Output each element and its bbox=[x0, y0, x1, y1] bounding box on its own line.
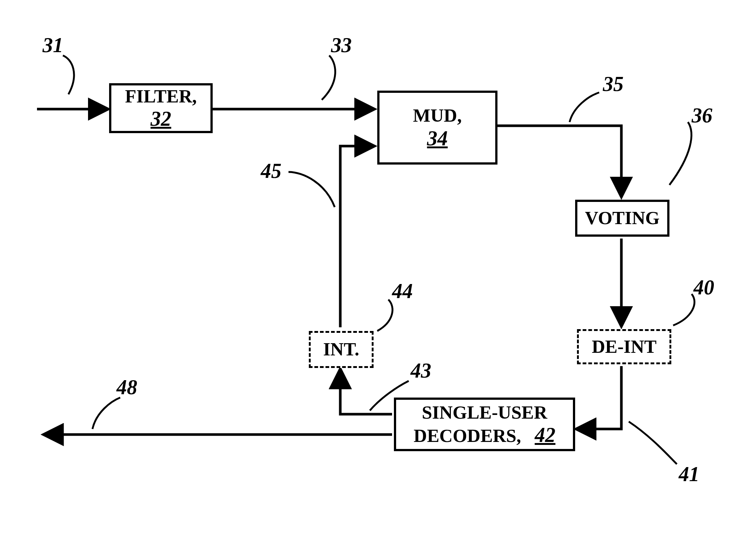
int-block: INT. bbox=[309, 331, 374, 368]
diagram-wires bbox=[0, 0, 756, 544]
decoders-label-2: DECODERS, bbox=[414, 425, 521, 446]
callout-43: 43 bbox=[411, 359, 431, 382]
callout-45: 45 bbox=[261, 159, 281, 183]
deint-block: DE-INT bbox=[577, 329, 671, 364]
callout-33: 33 bbox=[331, 33, 352, 57]
callout-35: 35 bbox=[603, 72, 624, 96]
mud-label: MUD, bbox=[413, 105, 462, 126]
decoders-ref: 42 bbox=[535, 423, 556, 446]
callout-44: 44 bbox=[392, 279, 413, 303]
callout-41: 41 bbox=[679, 462, 699, 486]
callout-36: 36 bbox=[692, 104, 712, 127]
voting-label: VOTING bbox=[585, 207, 660, 229]
callout-48: 48 bbox=[117, 375, 137, 399]
decoders-block: SINGLE-USER DECODERS, 42 bbox=[394, 398, 575, 451]
callout-31: 31 bbox=[43, 33, 63, 57]
mud-block: MUD, 34 bbox=[377, 91, 497, 165]
filter-block: FILTER, 32 bbox=[109, 83, 213, 133]
int-label: INT. bbox=[323, 339, 360, 360]
deint-label: DE-INT bbox=[592, 336, 657, 358]
filter-label: FILTER, bbox=[125, 86, 197, 107]
voting-block: VOTING bbox=[575, 200, 669, 237]
callout-40: 40 bbox=[693, 276, 714, 299]
decoders-label-1: SINGLE-USER bbox=[422, 402, 547, 423]
mud-ref: 34 bbox=[427, 126, 448, 150]
filter-ref: 32 bbox=[151, 107, 171, 131]
